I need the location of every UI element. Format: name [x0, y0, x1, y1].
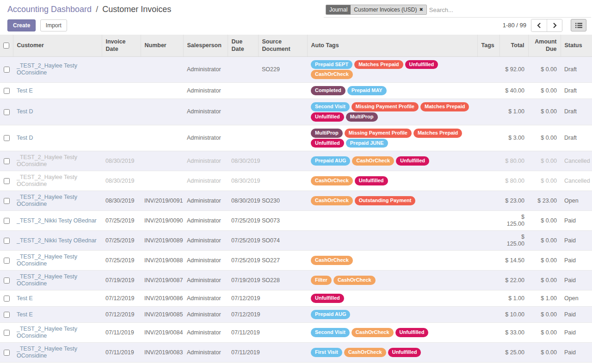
cell-amount-due: $ 0.00 — [528, 323, 561, 343]
breadcrumb-accounting-dashboard[interactable]: Accounting Dashboard — [7, 5, 92, 14]
facet-remove-icon[interactable]: ✖ — [419, 7, 423, 12]
select-all-header — [0, 35, 13, 56]
pager-previous-button[interactable] — [531, 19, 547, 31]
cell-number: INV/2019/0086 — [141, 290, 183, 307]
table-row[interactable]: _TEST_2_Haylee Testy OConsidineAdministr… — [0, 56, 592, 83]
row-checkbox[interactable] — [4, 258, 10, 264]
table-row[interactable]: _TEST_2_Haylee Testy OConsidine07/11/201… — [0, 343, 592, 363]
auto-tag: CashOrCheck — [352, 156, 394, 166]
auto-tag: Matches Prepaid — [413, 129, 462, 138]
cell-number: INV/2019/0085 — [141, 307, 183, 323]
cell-auto-tags: Prepaid SEPTMatches PrepaidUnfulfilledCa… — [307, 56, 477, 83]
row-checkbox[interactable] — [4, 238, 10, 244]
cell-source-document — [258, 290, 307, 307]
cell-number: INV/2019/0087 — [141, 271, 183, 290]
cell-due-date — [228, 99, 258, 125]
col-header-total[interactable]: Total — [500, 35, 528, 56]
table-row[interactable]: Test EAdministratorCompletedPrepaid MAY$… — [0, 83, 592, 99]
auto-tag: Unfulfilled — [388, 348, 421, 357]
cell-total: $ 1.00 — [500, 290, 528, 307]
row-checkbox[interactable] — [4, 135, 10, 141]
row-checkbox[interactable] — [4, 330, 10, 336]
cell-customer: _TEST_2_Nikki Testy OBednar — [13, 231, 102, 251]
cell-source-document — [258, 99, 307, 125]
cell-auto-tags: RefundedCredit Note — [307, 363, 477, 364]
table-row[interactable]: _TEST_2_Haylee Testy OConsidine07/19/201… — [0, 271, 592, 290]
row-checkbox[interactable] — [4, 218, 10, 224]
col-header-tags[interactable]: Tags — [477, 35, 500, 56]
col-header-amount-due[interactable]: Amount Due — [528, 35, 561, 56]
table-row[interactable]: _TEST_2_Haylee Testy OConsidine07/11/201… — [0, 323, 592, 343]
table-row[interactable]: _TEST_2_Nikki Testy OBednar07/25/2019INV… — [0, 231, 592, 251]
cell-tags — [477, 151, 500, 171]
auto-tag: Prepaid AUG — [311, 156, 350, 166]
invoice-table-body: _TEST_2_Haylee Testy OConsidineAdministr… — [0, 56, 592, 364]
auto-tag: CashOrCheck — [311, 70, 353, 79]
table-row[interactable]: Test DAdministratorSecond VisitMissing P… — [0, 99, 592, 125]
cell-status: Cancelled — [561, 151, 592, 171]
breadcrumb-separator: / — [94, 5, 100, 14]
import-button[interactable]: Import — [40, 19, 67, 31]
cell-source-document — [258, 83, 307, 99]
cell-source-document: SO227 — [258, 251, 307, 271]
row-checkbox[interactable] — [4, 178, 10, 184]
row-checkbox[interactable] — [4, 312, 10, 318]
search-input[interactable]: Search... — [429, 6, 453, 13]
select-all-checkbox[interactable] — [3, 43, 9, 49]
cell-customer: _TEST_2_Haylee Testy OConsidine — [13, 171, 102, 191]
col-header-due-date[interactable]: Due Date — [228, 35, 258, 56]
col-header-invoice-date[interactable]: Invoice Date — [102, 35, 141, 56]
table-row[interactable]: Test E07/12/2019INV/2019/0086Administrat… — [0, 290, 592, 307]
cell-customer: Test E — [13, 83, 102, 99]
control-panel: Accounting Dashboard / Customer Invoices… — [0, 0, 592, 35]
col-header-auto-tags[interactable]: Auto Tags — [307, 35, 477, 56]
create-button[interactable]: Create — [7, 19, 36, 31]
col-header-source-document[interactable]: Source Document — [258, 35, 307, 56]
row-checkbox[interactable] — [4, 158, 10, 164]
table-row[interactable]: Test B07/11/2019INV/2019/0082Administrat… — [0, 363, 592, 364]
table-row[interactable]: _TEST_2_Haylee Testy OConsidine08/30/201… — [0, 191, 592, 211]
cell-total: $ 125.00 — [500, 211, 528, 231]
pager-next-button[interactable] — [547, 19, 562, 31]
row-checkbox[interactable] — [4, 88, 10, 94]
cell-due-date: 07/25/2019 — [228, 211, 258, 231]
cell-total: $ 14.50 — [500, 251, 528, 271]
cell-tags — [477, 83, 500, 99]
cell-salesperson: Administrator — [183, 231, 228, 251]
cell-salesperson: Administrator — [183, 251, 228, 271]
cell-source-document: SO073 — [258, 211, 307, 231]
auto-tag: Missing Payment Profile — [352, 102, 419, 111]
row-checkbox[interactable] — [4, 278, 10, 284]
cell-total: $ 80.00 — [500, 171, 528, 191]
row-checkbox[interactable] — [4, 198, 10, 204]
table-row[interactable]: Test E07/12/2019INV/2019/0085Administrat… — [0, 307, 592, 323]
cell-auto-tags: CashOrCheck — [307, 251, 477, 271]
auto-tag: Prepaid JUNE — [346, 139, 388, 148]
cell-total: $ 80.00 — [500, 151, 528, 171]
table-row[interactable]: _TEST_2_Haylee Testy OConsidine08/30/201… — [0, 151, 592, 171]
cell-auto-tags: CompletedPrepaid MAY — [307, 83, 477, 99]
list-view-switcher-button[interactable] — [571, 19, 586, 31]
cell-customer: _TEST_2_Haylee Testy OConsidine — [13, 151, 102, 171]
cell-source-document: SO229 — [258, 56, 307, 83]
cell-auto-tags — [307, 211, 477, 231]
table-row[interactable]: _TEST_2_Haylee Testy OConsidine07/25/201… — [0, 251, 592, 271]
cell-invoice-date: 08/30/2019 — [102, 151, 141, 171]
table-row[interactable]: _TEST_2_Haylee Testy OConsidine08/30/201… — [0, 171, 592, 191]
col-header-status[interactable]: Status — [561, 35, 592, 56]
col-header-salesperson[interactable]: Salesperson — [183, 35, 228, 56]
cell-status: Paid — [561, 323, 592, 343]
row-checkbox[interactable] — [4, 350, 10, 356]
auto-tag: Unfulfilled — [311, 112, 344, 122]
cell-number — [141, 56, 183, 83]
col-header-customer[interactable]: Customer — [13, 35, 102, 56]
col-header-number[interactable]: Number — [141, 35, 183, 56]
auto-tag: Missing Payment Profile — [345, 129, 412, 138]
cell-total: $ 125.00 — [500, 231, 528, 251]
row-checkbox[interactable] — [4, 296, 10, 302]
row-checkbox[interactable] — [4, 67, 10, 73]
row-checkbox[interactable] — [4, 109, 10, 115]
search-bar[interactable]: Journal Customer Invoices (USD) ✖ Search… — [324, 4, 591, 18]
table-row[interactable]: _TEST_2_Nikki Testy OBednar07/25/2019INV… — [0, 211, 592, 231]
table-row[interactable]: Test DAdministratorMultiPropMissing Paym… — [0, 125, 592, 151]
